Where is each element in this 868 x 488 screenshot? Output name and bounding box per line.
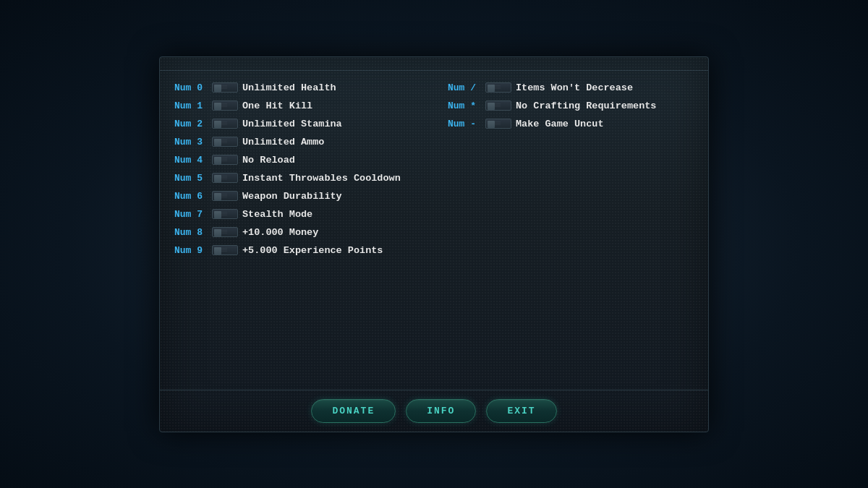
content-area: Num 0Unlimited HealthNum 1One Hit KillNu… (160, 71, 708, 278)
cheat-label: Instant Throwables Cooldown (242, 173, 401, 184)
exit-button[interactable]: EXIT (486, 399, 556, 423)
toggle-switch[interactable] (485, 82, 511, 93)
title-bar (160, 57, 708, 71)
toggle-switch[interactable] (212, 137, 238, 147)
left-column: Num 0Unlimited HealthNum 1One Hit KillNu… (174, 82, 448, 263)
key-label: Num * (448, 100, 481, 111)
right-column: Num /Items Won't DecreaseNum *No Craftin… (448, 82, 694, 263)
key-label: Num 0 (174, 82, 208, 93)
cheat-label: No Reload (242, 155, 295, 166)
cheat-row: Num /Items Won't Decrease (448, 82, 694, 93)
cheat-label: No Crafting Requirements (516, 100, 656, 111)
cheat-label: Unlimited Ammo (242, 137, 324, 147)
toggle-switch[interactable] (212, 155, 238, 165)
toggle-switch[interactable] (212, 82, 238, 93)
cheat-label: Unlimited Stamina (242, 119, 342, 129)
bottom-bar: DONATEINFOEXIT (160, 390, 708, 432)
key-label: Num 9 (174, 245, 208, 256)
key-label: Num 4 (174, 155, 208, 166)
cheat-row: Num 4No Reload (174, 155, 448, 166)
cheat-label: Weapon Durability (242, 191, 342, 202)
toggle-switch[interactable] (485, 119, 511, 129)
toggle-switch[interactable] (212, 227, 238, 237)
cheat-row: Num 7Stealth Mode (174, 209, 448, 220)
toggle-switch[interactable] (485, 100, 511, 111)
cheat-row: Num 6Weapon Durability (174, 191, 448, 202)
toggle-switch[interactable] (212, 119, 238, 129)
key-label: Num 6 (174, 191, 208, 202)
toggle-switch[interactable] (212, 191, 238, 201)
cheat-row: Num 3Unlimited Ammo (174, 137, 448, 147)
cheat-row: Num 8+10.000 Money (174, 227, 448, 238)
cheat-row: Num *No Crafting Requirements (448, 100, 694, 111)
toggle-switch[interactable] (212, 209, 238, 219)
cheat-label: Items Won't Decrease (516, 82, 633, 93)
key-label: Num 5 (174, 173, 208, 184)
cheat-row: Num 1One Hit Kill (174, 100, 448, 111)
cheat-row: Num 9+5.000 Experience Points (174, 245, 448, 256)
toggle-switch[interactable] (212, 173, 238, 183)
toggle-switch[interactable] (212, 100, 238, 111)
cheat-label: Stealth Mode (242, 209, 312, 220)
key-label: Num 7 (174, 209, 208, 220)
key-label: Num / (448, 82, 481, 93)
cheat-label: Unlimited Health (242, 82, 336, 93)
cheat-label: +5.000 Experience Points (242, 245, 383, 256)
key-label: Num 3 (174, 137, 208, 147)
cheat-label: Make Game Uncut (516, 119, 604, 129)
trainer-window: Num 0Unlimited HealthNum 1One Hit KillNu… (159, 56, 709, 432)
donate-button[interactable]: DONATE (311, 399, 396, 423)
cheat-label: +10.000 Money (242, 227, 318, 238)
cheat-label: One Hit Kill (242, 100, 312, 111)
info-button[interactable]: INFO (406, 399, 476, 423)
toggle-switch[interactable] (212, 245, 238, 255)
cheat-row: Num 5Instant Throwables Cooldown (174, 173, 448, 184)
key-label: Num - (448, 119, 481, 129)
cheat-row: Num -Make Game Uncut (448, 119, 694, 129)
cheat-row: Num 0Unlimited Health (174, 82, 448, 93)
cheat-row: Num 2Unlimited Stamina (174, 119, 448, 129)
key-label: Num 2 (174, 119, 208, 129)
key-label: Num 1 (174, 100, 208, 111)
key-label: Num 8 (174, 227, 208, 238)
